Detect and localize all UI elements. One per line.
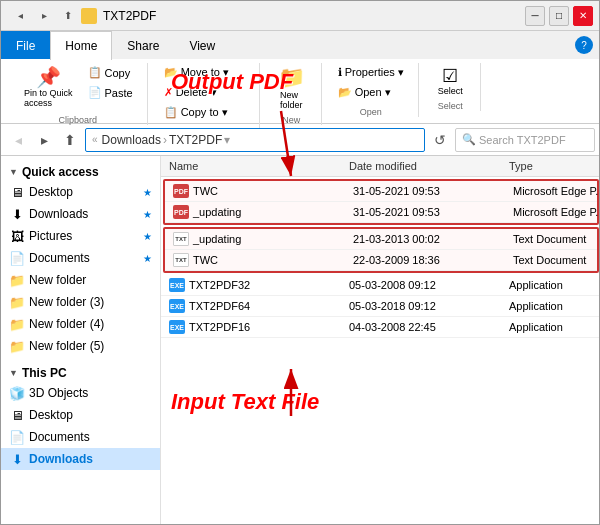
forward-button[interactable]: ▸ xyxy=(33,129,55,151)
col-date[interactable]: Date modified xyxy=(349,160,509,172)
close-button[interactable]: ✕ xyxy=(573,6,593,26)
copy-to-icon: 📋 xyxy=(164,106,178,119)
file-name-cell: PDF _updating xyxy=(173,205,353,219)
documents-icon: 📄 xyxy=(9,429,25,445)
col-name[interactable]: Name xyxy=(169,160,349,172)
sidebar-item-desktop-pc[interactable]: 🖥 Desktop xyxy=(1,404,160,426)
properties-button[interactable]: ℹ Properties ▾ xyxy=(332,63,410,82)
pin-indicator: ★ xyxy=(143,253,152,264)
ribbon-tabs: File Home Share View ? xyxy=(1,31,600,59)
tab-view[interactable]: View xyxy=(174,31,230,59)
tab-file[interactable]: File xyxy=(1,31,50,59)
back-button[interactable]: ◂ xyxy=(7,129,29,151)
quick-access-forward[interactable]: ▸ xyxy=(33,5,55,27)
sidebar-item-label: Desktop xyxy=(29,408,152,422)
sidebar-item-new-folder[interactable]: 📁 New folder xyxy=(1,269,160,291)
open-label: Open xyxy=(360,107,382,117)
table-row[interactable]: PDF _updating 31-05-2021 09:53 Microsoft… xyxy=(165,202,597,223)
table-row[interactable]: EXE TXT2PDF32 05-03-2008 09:12 Applicati… xyxy=(161,275,600,296)
file-name-cell: EXE TXT2PDF16 xyxy=(169,320,349,334)
folder-icon xyxy=(81,8,97,24)
minimize-button[interactable]: ─ xyxy=(525,6,545,26)
delete-button[interactable]: ✗ Delete ▾ xyxy=(158,83,251,102)
sidebar-item-label: Downloads xyxy=(29,207,137,221)
sidebar-item-new-folder-4[interactable]: 📁 New folder (4) xyxy=(1,313,160,335)
main-container: ▼ Quick access 🖥 Desktop ★ ⬇ Downloads ★… xyxy=(1,156,600,525)
folder-icon: 📁 xyxy=(9,294,25,310)
sidebar-item-new-folder-3[interactable]: 📁 New folder (3) xyxy=(1,291,160,313)
table-row[interactable]: PDF TWC 31-05-2021 09:53 Microsoft Edge … xyxy=(165,181,597,202)
up-button[interactable]: ⬆ xyxy=(59,129,81,151)
this-pc-label: This PC xyxy=(22,366,67,380)
expand-icon: ▼ xyxy=(9,368,18,378)
table-row[interactable]: TXT _updating 21-03-2013 00:02 Text Docu… xyxy=(165,229,597,250)
file-type: Application xyxy=(509,300,600,312)
table-row[interactable]: TXT TWC 22-03-2009 18:36 Text Document xyxy=(165,250,597,271)
help-button[interactable]: ? xyxy=(575,36,593,54)
file-name-cell: EXE TXT2PDF32 xyxy=(169,278,349,292)
refresh-button[interactable]: ↺ xyxy=(429,129,451,151)
sidebar-item-label: Downloads xyxy=(29,452,152,466)
file-date: 31-05-2021 09:53 xyxy=(353,185,513,197)
file-name: TWC xyxy=(193,185,218,197)
app-icon: EXE xyxy=(169,320,185,334)
quick-access-back[interactable]: ◂ xyxy=(9,5,31,27)
pin-icon: 📌 xyxy=(36,67,61,87)
ribbon-group-organize: 📂 Move to ▾ ✗ Delete ▾ 📋 Copy to ▾ Organ… xyxy=(150,63,260,137)
sidebar-item-label: 3D Objects xyxy=(29,386,152,400)
txt-icon: TXT xyxy=(173,253,189,267)
pin-to-quick-access-button[interactable]: 📌 Pin to Quickaccess xyxy=(17,63,80,112)
paste-button[interactable]: 📄 Paste xyxy=(82,83,139,102)
file-date: 05-03-2018 09:12 xyxy=(349,300,509,312)
documents-icon: 📄 xyxy=(9,250,25,266)
address-bar: ◂ ▸ ⬆ « Downloads › TXT2PDF ▾ ↺ 🔍 Search… xyxy=(1,124,600,156)
sidebar-item-new-folder-5[interactable]: 📁 New folder (5) xyxy=(1,335,160,357)
sidebar-item-documents-pc[interactable]: 📄 Documents xyxy=(1,426,160,448)
sidebar-item-documents[interactable]: 📄 Documents ★ xyxy=(1,247,160,269)
new-folder-button[interactable]: 📁 Newfolder xyxy=(271,63,312,114)
quick-access-up[interactable]: ⬆ xyxy=(57,5,79,27)
file-date: 31-05-2021 09:53 xyxy=(353,206,513,218)
sidebar-item-pictures[interactable]: 🖼 Pictures ★ xyxy=(1,225,160,247)
chevron-left-icon: « xyxy=(92,134,98,145)
open-button[interactable]: 📂 Open ▾ xyxy=(332,83,410,102)
tab-home[interactable]: Home xyxy=(50,31,112,60)
address-path[interactable]: « Downloads › TXT2PDF ▾ xyxy=(85,128,425,152)
move-to-button[interactable]: 📂 Move to ▾ xyxy=(158,63,251,82)
quick-access-header[interactable]: ▼ Quick access xyxy=(1,160,160,181)
file-type: Application xyxy=(509,321,600,333)
ribbon-group-open: ℹ Properties ▾ 📂 Open ▾ Open xyxy=(324,63,419,117)
sidebar-item-3d-objects[interactable]: 🧊 3D Objects xyxy=(1,382,160,404)
sidebar-item-downloads-pc[interactable]: ⬇ Downloads xyxy=(1,448,160,470)
maximize-button[interactable]: □ xyxy=(549,6,569,26)
table-row[interactable]: EXE TXT2PDF64 05-03-2018 09:12 Applicati… xyxy=(161,296,600,317)
copy-button[interactable]: 📋 Copy xyxy=(82,63,139,82)
folder-icon: 📁 xyxy=(9,272,25,288)
file-name-cell: PDF TWC xyxy=(173,184,353,198)
this-pc-header[interactable]: ▼ This PC xyxy=(1,361,160,382)
search-box[interactable]: 🔍 Search TXT2PDF xyxy=(455,128,595,152)
file-date: 21-03-2013 00:02 xyxy=(353,233,513,245)
pdf-highlight-group: PDF TWC 31-05-2021 09:53 Microsoft Edge … xyxy=(163,179,599,225)
file-type: Text Document xyxy=(513,233,600,245)
sidebar-item-downloads[interactable]: ⬇ Downloads ★ xyxy=(1,203,160,225)
sidebar: ▼ Quick access 🖥 Desktop ★ ⬇ Downloads ★… xyxy=(1,156,161,525)
tab-share[interactable]: Share xyxy=(112,31,174,59)
desktop-icon: 🖥 xyxy=(9,184,25,200)
folder-icon: 📁 xyxy=(9,316,25,332)
file-name: TXT2PDF32 xyxy=(189,279,250,291)
file-name: TWC xyxy=(193,254,218,266)
table-row[interactable]: EXE TXT2PDF16 04-03-2008 22:45 Applicati… xyxy=(161,317,600,338)
quick-access-label: Quick access xyxy=(22,165,99,179)
open-icon: 📂 xyxy=(338,86,352,99)
copy-to-button[interactable]: 📋 Copy to ▾ xyxy=(158,103,251,122)
sidebar-item-label: Desktop xyxy=(29,185,137,199)
file-name-cell: TXT TWC xyxy=(173,253,353,267)
ribbon-group-clipboard: 📌 Pin to Quickaccess 📋 Copy 📄 Paste Clip… xyxy=(9,63,148,125)
3d-objects-icon: 🧊 xyxy=(9,385,25,401)
select-button[interactable]: ☑ Select xyxy=(430,63,470,100)
col-type[interactable]: Type xyxy=(509,160,600,172)
sidebar-item-desktop[interactable]: 🖥 Desktop ★ xyxy=(1,181,160,203)
sidebar-item-label: New folder (3) xyxy=(29,295,152,309)
new-label: New xyxy=(282,115,300,125)
